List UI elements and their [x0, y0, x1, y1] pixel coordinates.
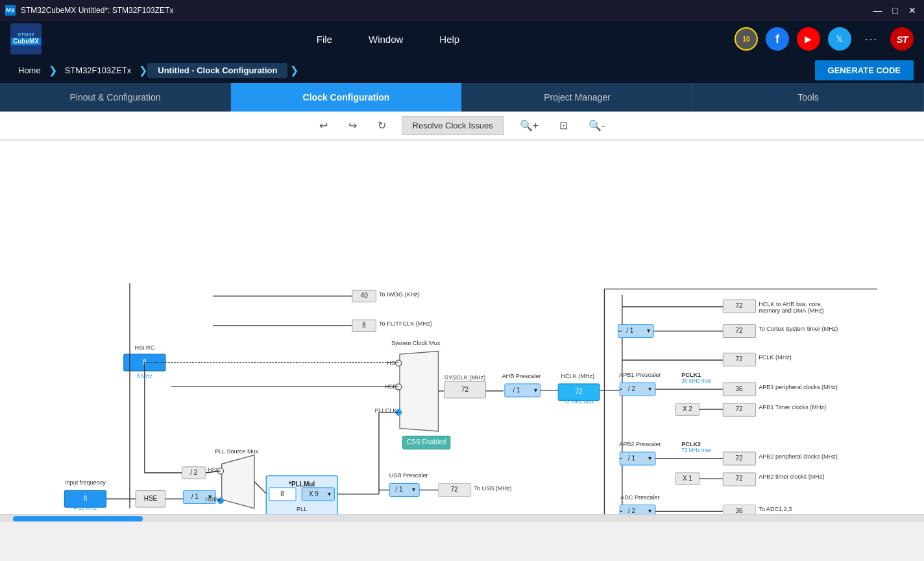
scrollbar-thumb[interactable] — [13, 516, 143, 521]
tab-tools[interactable]: Tools — [693, 83, 924, 112]
svg-text:ADC Prescaler: ADC Prescaler — [620, 494, 659, 501]
svg-text:72 MHz max: 72 MHz max — [564, 399, 594, 405]
sysclock-mux-label: System Clock Mux — [391, 340, 441, 346]
input-freq-label: Input frequency — [65, 479, 106, 486]
undo-button[interactable]: ↩ — [314, 117, 333, 134]
network-icon[interactable]: ⋯ — [859, 27, 882, 51]
menu-window[interactable]: Window — [366, 29, 406, 50]
svg-text:/ 1: / 1 — [395, 486, 403, 493]
tab-clock[interactable]: Clock Configuration — [231, 83, 462, 112]
svg-text:APB1 peripheral clocks (MHz): APB1 peripheral clocks (MHz) — [759, 384, 838, 390]
toolbar: ↩ ↪ ↻ Resolve Clock Issues 🔍+ ⊡ 🔍- — [0, 112, 924, 140]
anniversary-icon: 10 — [735, 27, 758, 51]
facebook-icon[interactable]: f — [766, 27, 789, 51]
svg-marker-29 — [400, 352, 438, 431]
window-controls: — □ ✕ — [871, 5, 919, 16]
svg-text:▾: ▾ — [648, 385, 651, 392]
svg-text:▾: ▾ — [534, 387, 537, 394]
breadcrumb: Home ❯ STM32F103ZETx ❯ Untitled - Clock … — [0, 57, 924, 83]
hse-range-label: 4-16 MHz — [74, 505, 97, 511]
svg-text:PLL: PLL — [297, 506, 307, 512]
st-logo[interactable]: ST — [890, 27, 914, 51]
hse-box-label: HSE — [144, 495, 158, 502]
menu-help[interactable]: Help — [437, 29, 462, 50]
svg-text:APB2 timer clocks (MHz): APB2 timer clocks (MHz) — [759, 473, 824, 480]
svg-point-33 — [396, 360, 402, 366]
svg-text:*PLLMul: *PLLMul — [289, 481, 315, 488]
svg-text:▾: ▾ — [648, 455, 651, 462]
to-hclk-label: HCLK to AHB bus, core, — [759, 301, 822, 307]
svg-text:36 MHz max: 36 MHz max — [681, 378, 712, 384]
svg-text:memory and DMA (MHz): memory and DMA (MHz) — [759, 307, 823, 314]
svg-text:PCLK2: PCLK2 — [681, 441, 701, 448]
svg-text:X 9: X 9 — [309, 490, 319, 497]
maximize-button[interactable]: □ — [890, 5, 901, 16]
menu-file[interactable]: File — [314, 29, 335, 50]
breadcrumb-sep2: ❯ — [139, 64, 147, 77]
breadcrumb-sep1: ❯ — [49, 64, 57, 77]
twitter-icon[interactable]: 𝕏 — [828, 27, 851, 51]
svg-text:/ 1: / 1 — [191, 493, 199, 500]
resolve-clock-button[interactable]: Resolve Clock Issues — [402, 116, 504, 135]
svg-text:36: 36 — [735, 385, 743, 392]
svg-text:72: 72 — [461, 386, 469, 393]
svg-text:72: 72 — [451, 486, 459, 493]
svg-text:To Cortex System timer (MHz): To Cortex System timer (MHz) — [759, 326, 838, 332]
svg-text:CSS Enabled: CSS Enabled — [407, 438, 446, 446]
generate-code-button[interactable]: GENERATE CODE — [815, 60, 914, 80]
svg-text:8: 8 — [280, 490, 284, 497]
title-bar: MX STM32CubeMX Untitled*: STM32F103ZETx … — [0, 0, 924, 21]
svg-text:APB2 Prescaler: APB2 Prescaler — [619, 441, 661, 448]
menu-bar: STM32 CubeMX File Window Help 10 f ▶ 𝕏 ⋯… — [0, 21, 924, 57]
pll-source-mux-label: PLL Source Mux — [215, 448, 259, 455]
refresh-button[interactable]: ↻ — [372, 117, 391, 134]
svg-text:SYSCLK (MHz): SYSCLK (MHz) — [444, 374, 485, 381]
svg-text:72: 72 — [735, 355, 743, 363]
breadcrumb-home[interactable]: Home — [10, 66, 49, 75]
svg-text:/ 1: / 1 — [626, 327, 634, 334]
close-button[interactable]: ✕ — [906, 5, 919, 16]
fit-view-button[interactable]: ⊡ — [554, 117, 573, 134]
zoom-in-button[interactable]: 🔍+ — [515, 117, 544, 134]
svg-text:72: 72 — [735, 475, 743, 482]
tab-project[interactable]: Project Manager — [462, 83, 693, 112]
youtube-icon[interactable]: ▶ — [797, 27, 820, 51]
clock-diagram-svg: HSI RC 8 8 MHz Input frequency 8 4-16 MH… — [0, 141, 924, 514]
svg-marker-9 — [222, 455, 254, 508]
svg-text:72: 72 — [735, 327, 743, 334]
app-logo: STM32 CubeMX — [10, 23, 42, 54]
svg-text:To ADC1,2,3: To ADC1,2,3 — [759, 506, 792, 512]
tab-pinout[interactable]: Pinout & Configuration — [0, 83, 231, 112]
svg-text:40: 40 — [361, 292, 369, 299]
window-title: STM32CubeMX Untitled*: STM32F103ZETx — [21, 6, 173, 15]
svg-point-13 — [217, 497, 223, 503]
svg-text:72 MHz max: 72 MHz max — [681, 448, 712, 453]
svg-text:8: 8 — [362, 322, 366, 329]
tab-bar: Pinout & Configuration Clock Configurati… — [0, 83, 924, 112]
zoom-out-button[interactable]: 🔍- — [583, 117, 610, 134]
hsi-rc-label: HSI RC — [134, 344, 154, 351]
svg-text:/ 2: / 2 — [628, 507, 636, 514]
svg-text:/ 1: / 1 — [513, 387, 521, 394]
svg-text:APB1 Prescaler: APB1 Prescaler — [619, 372, 661, 378]
svg-text:72: 72 — [735, 302, 743, 309]
breadcrumb-current: Untitled - Clock Configuration — [147, 63, 287, 78]
svg-text:APB1 Timer clocks (MHz): APB1 Timer clocks (MHz) — [759, 404, 826, 411]
svg-text:APB2 peripheral clocks (MHz): APB2 peripheral clocks (MHz) — [759, 453, 838, 460]
svg-text:▾: ▾ — [647, 327, 650, 334]
svg-text:PCLK1: PCLK1 — [681, 372, 701, 378]
breadcrumb-device[interactable]: STM32F103ZETx — [57, 66, 140, 75]
svg-text:▾: ▾ — [328, 490, 331, 497]
horizontal-scrollbar[interactable] — [0, 514, 924, 522]
svg-text:72: 72 — [735, 405, 743, 412]
hse-input-val: 8 — [84, 495, 88, 502]
svg-text:36: 36 — [735, 507, 743, 514]
redo-button[interactable]: ↪ — [343, 117, 362, 134]
svg-text:X 2: X 2 — [683, 405, 692, 412]
svg-text:/ 2: / 2 — [190, 469, 198, 476]
minimize-button[interactable]: — — [871, 5, 885, 16]
svg-text:72: 72 — [735, 455, 743, 462]
svg-text:USB Prescaler: USB Prescaler — [389, 472, 428, 479]
svg-text:▾: ▾ — [648, 507, 651, 514]
svg-text:X 1: X 1 — [683, 475, 692, 482]
